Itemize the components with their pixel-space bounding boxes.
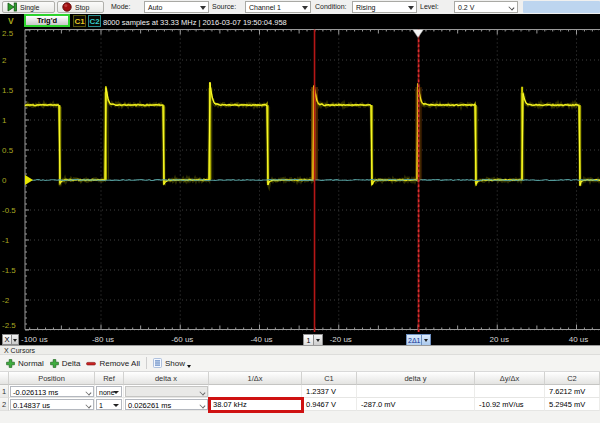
- time-axis-tick-label: -20 us: [330, 335, 352, 344]
- dy-dx-cell: [475, 385, 545, 398]
- mode-select[interactable]: Auto: [144, 1, 209, 13]
- chevron-down-icon: [86, 390, 91, 395]
- stop-button-label: Stop: [75, 4, 89, 11]
- level-input[interactable]: 0.2 V: [454, 1, 518, 13]
- mode-value: Auto: [148, 4, 162, 11]
- source-select[interactable]: Channel 1: [245, 1, 311, 13]
- scope-display: 2.521.510.50-0.5-1-1.5-2-2.5 V Trig'd C1…: [0, 14, 600, 345]
- y-axis-tick-label: -2.5: [2, 321, 16, 330]
- condition-value: Rising: [356, 4, 375, 11]
- cursors-table: PositionRefdelta x1/ΔxC1delta yΔy/ΔxC21-…: [0, 372, 600, 423]
- y-axis-tick-label: 0: [2, 176, 7, 185]
- single-acquisition-icon: [7, 2, 17, 12]
- add-delta-cursor-button[interactable]: Delta: [50, 356, 81, 371]
- show-list-icon: [153, 358, 162, 368]
- dropdown-arrow-icon: [408, 6, 414, 10]
- chevron-down-icon: [509, 5, 514, 10]
- c1-value-cell: 0.9467 V: [302, 398, 357, 411]
- y-axis-tick-label: -1.5: [2, 266, 16, 275]
- time-axis-tick-label: 40 us: [569, 335, 589, 344]
- source-label: Source:: [212, 0, 236, 14]
- dropdown-arrow-icon: [12, 334, 19, 345]
- row-number-cell: 1: [0, 385, 9, 398]
- main-toolbar: Single Stop Mode: Auto Source: Channel 1…: [0, 0, 600, 14]
- y-axis-labels: 2.521.510.50-0.5-1-1.5-2-2.5: [2, 29, 16, 330]
- ref-dropdown[interactable]: 1: [96, 399, 122, 410]
- remove-minus-icon: [86, 359, 96, 368]
- waveforms-scope-window: { "toolbar": { "single_label": "Single",…: [0, 0, 600, 423]
- show-menu-label: Show: [165, 359, 185, 368]
- c1-value-cell: 1.2337 V: [302, 385, 357, 398]
- x-cursors-panel: X Cursors Normal Delta Re: [0, 345, 600, 423]
- y-axis-tick-label: 2.5: [2, 29, 14, 38]
- c2-value-cell: 5.2945 mV: [545, 398, 600, 411]
- row-number-cell: 2: [0, 398, 9, 411]
- toolbar-separator: [146, 357, 147, 369]
- position-combobox[interactable]: 0.14837 us: [10, 399, 94, 410]
- y-axis-tick-label: -2: [2, 296, 10, 305]
- level-label: Level:: [420, 0, 439, 14]
- time-axis-tick-label: -40 us: [250, 335, 272, 344]
- trigger-position-marker[interactable]: [413, 30, 424, 38]
- dropdown-arrow-icon: [302, 6, 308, 10]
- dropdown-arrow-icon: [113, 391, 119, 394]
- chevron-down-icon: [200, 390, 205, 395]
- sample-info-text: 8000 samples at 33.33 MHz | 2016-03-07 1…: [103, 18, 287, 27]
- row-number-header: [0, 372, 9, 385]
- dy-dx-cell: -10.92 mV/us: [475, 398, 545, 411]
- add-plus-icon: [50, 359, 59, 368]
- column-header-dy_dx: Δy/Δx: [475, 372, 545, 385]
- delta-x-combobox[interactable]: 0.026261 ms: [125, 399, 208, 410]
- delta-x-combobox: [125, 386, 208, 397]
- y-axis-tick-label: -1: [2, 236, 10, 245]
- chevron-down-icon: [86, 403, 91, 408]
- add-normal-cursor-button[interactable]: Normal: [6, 356, 44, 371]
- stop-button[interactable]: Stop: [57, 1, 104, 13]
- time-axis-tick-label: 20 us: [489, 335, 509, 344]
- column-header-position: Position: [9, 372, 95, 385]
- dropdown-arrow-icon: [200, 6, 206, 10]
- column-header-delta_y: delta y: [357, 372, 475, 385]
- tab-channel1[interactable]: C1: [73, 15, 86, 27]
- add-normal-cursor-label: Normal: [18, 359, 44, 368]
- time-axis-tick-label: -80 us: [92, 335, 114, 344]
- trigger-status-badge: Trig'd: [24, 14, 70, 27]
- ref-dropdown[interactable]: none: [96, 386, 122, 397]
- y-axis-tick-label: -0.5: [2, 206, 16, 215]
- chevron-down-icon: [200, 403, 205, 408]
- column-header-c2: C2: [545, 372, 600, 385]
- y-axis-tick-label: 1.5: [2, 86, 14, 95]
- c1-edge-noise: [59, 82, 581, 185]
- single-button[interactable]: Single: [2, 1, 55, 13]
- column-header-c1: C1: [302, 372, 357, 385]
- toolbar-highlight-strip: [523, 1, 600, 13]
- level-value: 0.2 V: [458, 4, 474, 11]
- column-header-ref: Ref: [95, 372, 124, 385]
- x-cursors-panel-title: X Cursors: [0, 346, 600, 355]
- x-axis-menu-button[interactable]: X: [2, 334, 19, 345]
- condition-select[interactable]: Rising: [352, 1, 417, 13]
- remove-all-cursors-label: Remove All: [99, 359, 139, 368]
- show-menu-button[interactable]: Show: [153, 356, 191, 371]
- column-header-inv_dx: 1/Δx: [209, 372, 302, 385]
- condition-label: Condition:: [315, 0, 347, 14]
- highlight-annotation-rectangle: [208, 397, 304, 413]
- y-axis-tick-label: 0.5: [2, 146, 14, 155]
- mode-label: Mode:: [111, 0, 130, 14]
- position-combobox[interactable]: -0.026113 ms: [10, 386, 94, 397]
- add-plus-icon: [6, 359, 15, 368]
- acquisition-status-row: V Trig'd C1 C2 8000 samples at 33.33 MHz…: [0, 14, 600, 28]
- add-delta-cursor-label: Delta: [62, 359, 81, 368]
- x-cursors-toolbar: Normal Delta Remove All: [0, 355, 600, 372]
- y-axis-tick-label: 2: [2, 56, 7, 65]
- y-axis-tick-label: 1: [2, 116, 7, 125]
- delta-y-cell: [357, 385, 475, 398]
- waveform-plot[interactable]: 2.521.510.50-0.5-1-1.5-2-2.5: [0, 14, 600, 345]
- stop-icon: [62, 2, 72, 12]
- time-axis-tick-label: -60 us: [171, 335, 193, 344]
- c1-offset-marker[interactable]: [25, 175, 33, 185]
- tab-channel2[interactable]: C2: [88, 15, 101, 27]
- remove-all-cursors-button[interactable]: Remove All: [86, 356, 139, 371]
- column-header-delta_x: delta x: [124, 372, 209, 385]
- c2-value-cell: 7.6212 mV: [545, 385, 600, 398]
